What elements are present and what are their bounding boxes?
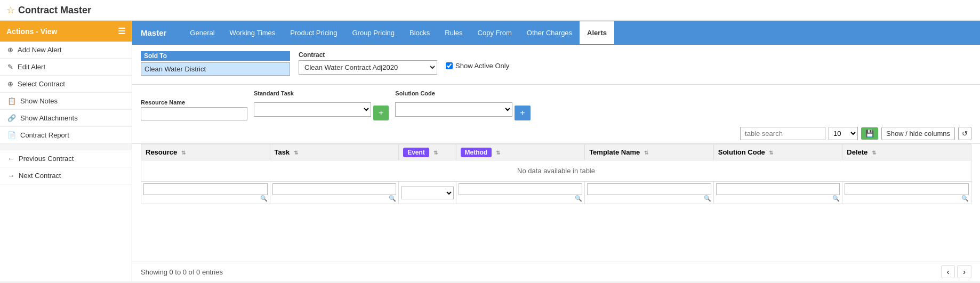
col-method: Method ⇅ bbox=[456, 144, 585, 160]
search-resource-icon: 🔍 bbox=[260, 195, 268, 202]
tab-alerts[interactable]: Alerts bbox=[580, 21, 614, 44]
table-search-input[interactable] bbox=[740, 127, 825, 140]
tab-blocks[interactable]: Blocks bbox=[402, 21, 437, 44]
star-icon: ☆ bbox=[6, 4, 15, 16]
resource-name-label: Resource Name bbox=[141, 99, 247, 106]
tab-other-charges[interactable]: Other Charges bbox=[519, 21, 580, 44]
report-icon: 📄 bbox=[7, 131, 16, 139]
search-solution-input[interactable] bbox=[716, 183, 840, 195]
tab-product-pricing[interactable]: Product Pricing bbox=[283, 21, 344, 44]
no-data-cell: No data available in table bbox=[141, 160, 971, 182]
filter-row: Resource Name Standard Task + Solution C… bbox=[132, 85, 980, 124]
col-method-badge: Method bbox=[461, 148, 492, 157]
sidebar-item-show-attachments-label: Show Attachments bbox=[20, 114, 78, 122]
tab-group-pricing[interactable]: Group Pricing bbox=[345, 21, 402, 44]
sort-template-icon[interactable]: ⇅ bbox=[644, 150, 648, 156]
search-method-icon: 🔍 bbox=[575, 195, 582, 202]
sidebar-item-select-contract-label: Select Contract bbox=[18, 80, 65, 88]
tab-copy-from[interactable]: Copy From bbox=[470, 21, 519, 44]
search-event-select[interactable] bbox=[401, 187, 453, 199]
sidebar-item-previous-contract-label: Previous Contract bbox=[19, 155, 74, 163]
table-toolbar: 10 25 50 100 💾 Show / hide columns ↺ bbox=[132, 124, 980, 144]
sold-to-input[interactable] bbox=[141, 62, 290, 76]
sidebar-header: Actions - View ☰ bbox=[0, 21, 132, 42]
filter-group-task: Standard Task + bbox=[254, 90, 389, 120]
form-group-sold-to: Sold To bbox=[141, 51, 290, 76]
sidebar-item-edit-alert-label: Edit Alert bbox=[18, 63, 45, 71]
sidebar-item-edit-alert[interactable]: ✎ Edit Alert bbox=[0, 59, 132, 76]
reset-button[interactable]: ↺ bbox=[958, 127, 971, 140]
show-active-only-label: Show Active Only bbox=[455, 62, 509, 70]
add-task-button[interactable]: + bbox=[373, 106, 389, 120]
col-solution-code: Solution Code ⇅ bbox=[713, 144, 842, 160]
tab-rules[interactable]: Rules bbox=[437, 21, 470, 44]
sort-task-icon[interactable]: ⇅ bbox=[294, 150, 298, 156]
sidebar-item-add-new-alert[interactable]: ⊕ Add New Alert bbox=[0, 42, 132, 59]
form-row-top: Sold To Contract Clean Water Contract Ad… bbox=[141, 51, 971, 76]
show-hide-columns-button[interactable]: Show / hide columns bbox=[881, 127, 955, 140]
search-template-input[interactable] bbox=[587, 183, 711, 195]
search-delete-icon: 🔍 bbox=[961, 195, 969, 202]
alerts-table: Resource ⇅ Task ⇅ Event ⇅ Method bbox=[141, 144, 971, 204]
resource-name-input[interactable] bbox=[141, 107, 247, 120]
plus-icon: ⊕ bbox=[7, 46, 13, 54]
standard-task-select[interactable] bbox=[254, 102, 371, 117]
sidebar-item-show-notes-label: Show Notes bbox=[20, 97, 58, 105]
tab-general[interactable]: General bbox=[182, 21, 222, 44]
contract-select[interactable]: Clean Water Contract Adj2020 bbox=[299, 60, 437, 75]
search-resource-input[interactable] bbox=[143, 183, 268, 195]
search-method-input[interactable] bbox=[459, 183, 583, 195]
col-resource: Resource ⇅ bbox=[141, 144, 270, 160]
sidebar-header-title: Actions - View bbox=[6, 27, 57, 36]
sidebar-menu-icon[interactable]: ☰ bbox=[118, 26, 125, 36]
sidebar-item-select-contract[interactable]: ⊕ Select Contract bbox=[0, 76, 132, 93]
sidebar-item-show-notes[interactable]: 📋 Show Notes bbox=[0, 93, 132, 110]
contract-label: Contract bbox=[299, 51, 437, 59]
notes-icon: 📋 bbox=[7, 97, 16, 105]
sidebar-item-next-contract-label: Next Contract bbox=[19, 172, 61, 180]
search-cell-resource: 🔍 bbox=[141, 182, 270, 204]
sidebar: Actions - View ☰ ⊕ Add New Alert ✎ Edit … bbox=[0, 21, 132, 281]
show-active-only-checkbox[interactable] bbox=[446, 62, 453, 69]
sort-solution-icon[interactable]: ⇅ bbox=[769, 150, 773, 156]
prev-page-button[interactable]: ‹ bbox=[941, 265, 955, 278]
select-contract-icon: ⊕ bbox=[7, 80, 13, 88]
col-event-badge: Event bbox=[403, 148, 429, 157]
table-header-row: Resource ⇅ Task ⇅ Event ⇅ Method bbox=[141, 144, 971, 160]
search-cell-solution: 🔍 bbox=[713, 182, 842, 204]
show-active-only-group: Show Active Only bbox=[446, 62, 509, 70]
sort-resource-icon[interactable]: ⇅ bbox=[181, 150, 186, 156]
sidebar-item-next-contract[interactable]: → Next Contract bbox=[0, 167, 132, 184]
search-task-icon: 🔍 bbox=[389, 195, 396, 202]
sidebar-divider bbox=[0, 144, 132, 150]
solution-code-label: Solution Code bbox=[395, 90, 530, 96]
main-layout: Actions - View ☰ ⊕ Add New Alert ✎ Edit … bbox=[0, 21, 980, 281]
col-resource-label: Resource bbox=[146, 148, 177, 156]
add-solution-button[interactable]: + bbox=[515, 106, 530, 120]
col-event: Event ⇅ bbox=[399, 144, 456, 160]
sidebar-item-previous-contract[interactable]: ← Previous Contract bbox=[0, 150, 132, 167]
sidebar-item-contract-report[interactable]: 📄 Contract Report bbox=[0, 127, 132, 144]
export-button[interactable]: 💾 bbox=[861, 127, 878, 140]
next-page-button[interactable]: › bbox=[957, 265, 971, 278]
sort-delete-icon[interactable]: ⇅ bbox=[872, 150, 876, 156]
col-task: Task ⇅ bbox=[270, 144, 399, 160]
solution-code-select[interactable] bbox=[395, 102, 512, 117]
form-group-contract: Contract Clean Water Contract Adj2020 bbox=[299, 51, 437, 75]
sidebar-item-show-attachments[interactable]: 🔗 Show Attachments bbox=[0, 110, 132, 127]
form-area: Sold To Contract Clean Water Contract Ad… bbox=[132, 45, 980, 85]
col-delete: Delete ⇅ bbox=[842, 144, 971, 160]
search-task-input[interactable] bbox=[272, 183, 397, 195]
sidebar-item-add-new-alert-label: Add New Alert bbox=[18, 46, 61, 54]
sort-method-icon[interactable]: ⇅ bbox=[496, 150, 500, 156]
col-delete-label: Delete bbox=[847, 148, 867, 156]
search-cell-delete: 🔍 bbox=[842, 182, 971, 204]
sort-event-icon[interactable]: ⇅ bbox=[433, 150, 438, 156]
search-cell-template: 🔍 bbox=[585, 182, 714, 204]
tab-working-times[interactable]: Working Times bbox=[222, 21, 283, 44]
pagination: ‹ › bbox=[941, 265, 971, 278]
page-size-select[interactable]: 10 25 50 100 bbox=[829, 127, 858, 140]
table-container: Resource ⇅ Task ⇅ Event ⇅ Method bbox=[132, 144, 980, 262]
search-delete-input[interactable] bbox=[845, 183, 969, 195]
table-footer: Showing 0 to 0 of 0 entries ‹ › bbox=[132, 262, 980, 281]
